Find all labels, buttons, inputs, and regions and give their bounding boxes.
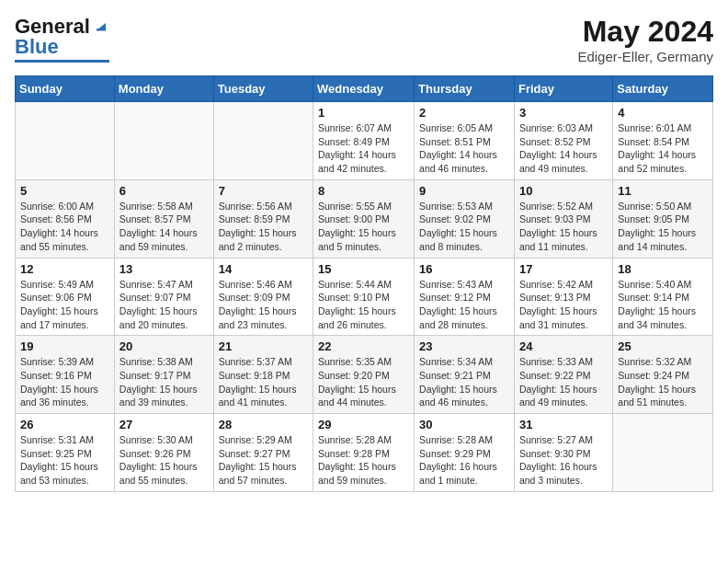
logo: General Blue [15,15,109,63]
calendar-cell: 22Sunrise: 5:35 AM Sunset: 9:20 PM Dayli… [313,336,415,414]
day-info: Sunrise: 5:53 AM Sunset: 9:02 PM Dayligh… [419,200,509,254]
calendar-cell: 17Sunrise: 5:42 AM Sunset: 9:13 PM Dayli… [514,258,612,336]
weekday-monday: Monday [114,76,213,102]
day-number: 5 [20,184,109,198]
calendar-cell: 4Sunrise: 6:01 AM Sunset: 8:54 PM Daylig… [613,102,713,180]
page-header: General Blue May 2024 Ediger-Eller, Germ… [15,15,713,64]
calendar-cell: 30Sunrise: 5:28 AM Sunset: 9:29 PM Dayli… [415,414,515,492]
calendar-cell: 24Sunrise: 5:33 AM Sunset: 9:22 PM Dayli… [514,336,612,414]
calendar-cell: 20Sunrise: 5:38 AM Sunset: 9:17 PM Dayli… [114,336,213,414]
calendar-cell: 18Sunrise: 5:40 AM Sunset: 9:14 PM Dayli… [613,258,713,336]
calendar-cell: 5Sunrise: 6:00 AM Sunset: 8:56 PM Daylig… [16,179,115,258]
day-number: 21 [219,339,308,353]
day-info: Sunrise: 5:28 AM Sunset: 9:29 PM Dayligh… [419,433,509,488]
day-info: Sunrise: 5:39 AM Sunset: 9:16 PM Dayligh… [20,355,109,409]
calendar-cell [613,414,713,492]
calendar-week-row: 19Sunrise: 5:39 AM Sunset: 9:16 PM Dayli… [16,336,713,414]
day-number: 18 [618,262,708,276]
day-number: 13 [119,262,209,276]
day-number: 8 [318,184,409,198]
day-number: 24 [519,339,608,353]
day-info: Sunrise: 5:35 AM Sunset: 9:20 PM Dayligh… [318,355,409,409]
calendar-week-row: 5Sunrise: 6:00 AM Sunset: 8:56 PM Daylig… [16,179,713,258]
calendar-week-row: 12Sunrise: 5:49 AM Sunset: 9:06 PM Dayli… [16,258,713,336]
logo-arrow-icon [93,16,109,36]
day-number: 12 [20,262,109,276]
calendar-cell: 25Sunrise: 5:32 AM Sunset: 9:24 PM Dayli… [613,336,713,414]
calendar-cell: 11Sunrise: 5:50 AM Sunset: 9:05 PM Dayli… [613,179,713,258]
calendar-body: 1Sunrise: 6:07 AM Sunset: 8:49 PM Daylig… [16,102,713,492]
calendar-cell: 28Sunrise: 5:29 AM Sunset: 9:27 PM Dayli… [213,414,313,492]
weekday-row: SundayMondayTuesdayWednesdayThursdayFrid… [16,76,713,102]
calendar-cell: 7Sunrise: 5:56 AM Sunset: 8:59 PM Daylig… [213,179,313,258]
weekday-sunday: Sunday [16,76,115,102]
day-number: 4 [618,106,708,120]
day-info: Sunrise: 5:34 AM Sunset: 9:21 PM Dayligh… [419,355,509,409]
day-info: Sunrise: 5:30 AM Sunset: 9:26 PM Dayligh… [119,433,209,488]
day-number: 20 [119,339,209,353]
day-number: 9 [419,184,509,198]
svg-rect-1 [97,29,106,31]
day-info: Sunrise: 5:42 AM Sunset: 9:13 PM Dayligh… [519,278,608,332]
calendar-cell: 12Sunrise: 5:49 AM Sunset: 9:06 PM Dayli… [16,258,115,336]
weekday-thursday: Thursday [415,76,515,102]
calendar-week-row: 1Sunrise: 6:07 AM Sunset: 8:49 PM Daylig… [16,102,713,180]
day-number: 3 [519,106,608,120]
calendar-cell [213,102,313,180]
weekday-tuesday: Tuesday [213,76,313,102]
weekday-wednesday: Wednesday [313,76,415,102]
day-number: 10 [519,184,608,198]
day-info: Sunrise: 5:43 AM Sunset: 9:12 PM Dayligh… [419,278,509,332]
calendar-cell: 3Sunrise: 6:03 AM Sunset: 8:52 PM Daylig… [514,102,612,180]
day-info: Sunrise: 6:01 AM Sunset: 8:54 PM Dayligh… [618,121,708,176]
calendar-cell: 27Sunrise: 5:30 AM Sunset: 9:26 PM Dayli… [114,414,213,492]
calendar-cell: 6Sunrise: 5:58 AM Sunset: 8:57 PM Daylig… [114,179,213,258]
day-info: Sunrise: 5:27 AM Sunset: 9:30 PM Dayligh… [519,433,608,488]
day-info: Sunrise: 6:05 AM Sunset: 8:51 PM Dayligh… [419,121,509,176]
day-number: 30 [419,418,509,431]
day-info: Sunrise: 5:58 AM Sunset: 8:57 PM Dayligh… [119,200,209,254]
day-number: 14 [219,262,308,276]
calendar-cell [16,102,115,180]
calendar-cell: 8Sunrise: 5:55 AM Sunset: 9:00 PM Daylig… [313,179,415,258]
calendar-table: SundayMondayTuesdayWednesdayThursdayFrid… [15,75,713,492]
calendar-week-row: 26Sunrise: 5:31 AM Sunset: 9:25 PM Dayli… [16,414,713,492]
calendar-cell [114,102,213,180]
calendar-cell: 31Sunrise: 5:27 AM Sunset: 9:30 PM Dayli… [514,414,612,492]
day-number: 22 [318,339,409,353]
day-number: 27 [119,418,209,431]
calendar-cell: 26Sunrise: 5:31 AM Sunset: 9:25 PM Dayli… [16,414,115,492]
day-info: Sunrise: 6:03 AM Sunset: 8:52 PM Dayligh… [519,121,608,176]
title-area: May 2024 Ediger-Eller, Germany [577,15,713,64]
day-info: Sunrise: 5:31 AM Sunset: 9:25 PM Dayligh… [20,433,109,488]
day-info: Sunrise: 5:37 AM Sunset: 9:18 PM Dayligh… [219,355,308,409]
day-number: 25 [618,339,708,353]
calendar-title: May 2024 [577,15,713,49]
calendar-cell: 23Sunrise: 5:34 AM Sunset: 9:21 PM Dayli… [415,336,515,414]
day-info: Sunrise: 6:07 AM Sunset: 8:49 PM Dayligh… [318,121,409,176]
weekday-saturday: Saturday [613,76,713,102]
day-info: Sunrise: 5:49 AM Sunset: 9:06 PM Dayligh… [20,278,109,332]
day-info: Sunrise: 5:47 AM Sunset: 9:07 PM Dayligh… [119,278,209,332]
day-number: 16 [419,262,509,276]
day-info: Sunrise: 5:44 AM Sunset: 9:10 PM Dayligh… [318,278,409,332]
day-info: Sunrise: 5:38 AM Sunset: 9:17 PM Dayligh… [119,355,209,409]
calendar-cell: 10Sunrise: 5:52 AM Sunset: 9:03 PM Dayli… [514,179,612,258]
calendar-cell: 15Sunrise: 5:44 AM Sunset: 9:10 PM Dayli… [313,258,415,336]
day-number: 15 [318,262,409,276]
day-number: 31 [519,418,608,431]
calendar-cell: 21Sunrise: 5:37 AM Sunset: 9:18 PM Dayli… [213,336,313,414]
calendar-cell: 14Sunrise: 5:46 AM Sunset: 9:09 PM Dayli… [213,258,313,336]
weekday-friday: Friday [514,76,612,102]
calendar-cell: 16Sunrise: 5:43 AM Sunset: 9:12 PM Dayli… [415,258,515,336]
day-number: 6 [119,184,209,198]
calendar-cell: 19Sunrise: 5:39 AM Sunset: 9:16 PM Dayli… [16,336,115,414]
day-number: 26 [20,418,109,431]
day-number: 23 [419,339,509,353]
day-info: Sunrise: 5:50 AM Sunset: 9:05 PM Dayligh… [618,200,708,254]
logo-underline [15,60,109,63]
day-info: Sunrise: 5:29 AM Sunset: 9:27 PM Dayligh… [219,433,308,488]
calendar-header: SundayMondayTuesdayWednesdayThursdayFrid… [16,76,713,102]
calendar-cell: 9Sunrise: 5:53 AM Sunset: 9:02 PM Daylig… [415,179,515,258]
day-info: Sunrise: 6:00 AM Sunset: 8:56 PM Dayligh… [20,200,109,254]
